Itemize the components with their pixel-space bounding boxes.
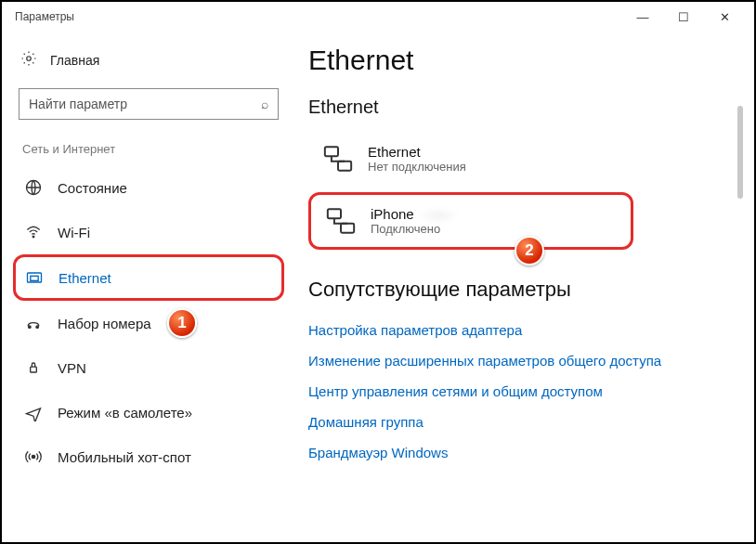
- blurred-text: [418, 209, 459, 222]
- network-icon: [324, 204, 358, 238]
- link-firewall[interactable]: Брандмауэр Windows: [308, 437, 737, 468]
- airplane-icon: [24, 403, 43, 421]
- svg-rect-7: [31, 367, 37, 372]
- connection-item-ethernet[interactable]: Ethernet Нет подключения: [308, 133, 737, 185]
- connection-item-iphone[interactable]: iPhone Подключено: [308, 192, 633, 250]
- svg-rect-9: [325, 147, 338, 156]
- sidebar-item-vpn[interactable]: VPN: [13, 345, 284, 390]
- annotation-marker-1: 1: [167, 308, 197, 338]
- hotspot-icon: [24, 447, 43, 466]
- scrollbar[interactable]: [737, 106, 743, 199]
- sidebar-item-label: Мобильный хот-спот: [58, 449, 191, 465]
- globe-icon: [24, 178, 43, 197]
- link-sharing-settings[interactable]: Изменение расширенных параметров общего …: [308, 345, 737, 376]
- dialup-icon: [24, 314, 43, 332]
- category-label: Сеть и Интернет: [13, 142, 284, 165]
- related-settings: Сопутствующие параметры Настройка параме…: [308, 278, 737, 468]
- sidebar-item-label: Режим «в самолете»: [58, 405, 192, 421]
- svg-rect-11: [328, 209, 341, 218]
- search-input[interactable]: Найти параметр ⌕: [19, 88, 279, 120]
- ethernet-icon: [25, 268, 44, 287]
- home-label: Главная: [50, 53, 99, 68]
- connection-name: Ethernet: [368, 144, 466, 160]
- link-homegroup[interactable]: Домашняя группа: [308, 407, 737, 437]
- svg-rect-10: [338, 162, 351, 171]
- sidebar-item-label: Набор номера: [58, 316, 151, 331]
- link-adapter-settings[interactable]: Настройка параметров адаптера: [308, 315, 737, 345]
- svg-rect-12: [341, 224, 354, 233]
- sidebar-item-wifi[interactable]: Wi-Fi: [13, 210, 284, 254]
- svg-point-6: [36, 326, 39, 329]
- svg-point-8: [32, 455, 34, 458]
- titlebar: Параметры — ☐ ✕: [2, 2, 754, 32]
- main-panel: Ethernet Ethernet Ethernet Нет подключен…: [288, 32, 747, 535]
- connection-status: Подключено: [371, 222, 459, 236]
- minimize-button[interactable]: —: [622, 2, 663, 32]
- connection-status: Нет подключения: [368, 160, 466, 174]
- svg-point-5: [29, 326, 31, 329]
- network-icon: [321, 142, 355, 175]
- search-icon: ⌕: [261, 97, 268, 111]
- svg-point-2: [33, 236, 34, 238]
- sidebar-item-hotspot[interactable]: Мобильный хот-спот: [13, 434, 284, 479]
- gear-icon: [20, 50, 37, 70]
- connection-name: iPhone: [371, 206, 459, 222]
- link-network-center[interactable]: Центр управления сетями и общим доступом: [308, 376, 737, 407]
- home-button[interactable]: Главная: [13, 45, 284, 75]
- sidebar-item-status[interactable]: Состояние: [13, 165, 284, 210]
- annotation-marker-2: 2: [515, 236, 544, 266]
- close-button[interactable]: ✕: [704, 2, 745, 32]
- section-title: Ethernet: [308, 97, 737, 118]
- page-title: Ethernet: [308, 45, 737, 76]
- sidebar-item-label: Ethernet: [59, 270, 111, 286]
- sidebar-item-dialup[interactable]: Набор номера: [13, 301, 284, 345]
- wifi-icon: [24, 223, 43, 241]
- sidebar-item-label: Wi-Fi: [58, 225, 90, 240]
- sidebar-item-airplane[interactable]: Режим «в самолете»: [13, 390, 284, 434]
- sidebar-item-label: VPN: [58, 360, 86, 376]
- related-title: Сопутствующие параметры: [308, 278, 737, 302]
- sidebar-item-label: Состояние: [58, 180, 127, 196]
- svg-point-0: [27, 57, 32, 61]
- search-placeholder: Найти параметр: [29, 97, 261, 111]
- window-title: Параметры: [15, 10, 74, 23]
- maximize-button[interactable]: ☐: [663, 2, 704, 32]
- sidebar-item-ethernet[interactable]: Ethernet: [13, 254, 284, 301]
- sidebar: Главная Найти параметр ⌕ Сеть и Интернет…: [9, 32, 288, 535]
- svg-rect-4: [31, 276, 38, 280]
- vpn-icon: [24, 358, 43, 377]
